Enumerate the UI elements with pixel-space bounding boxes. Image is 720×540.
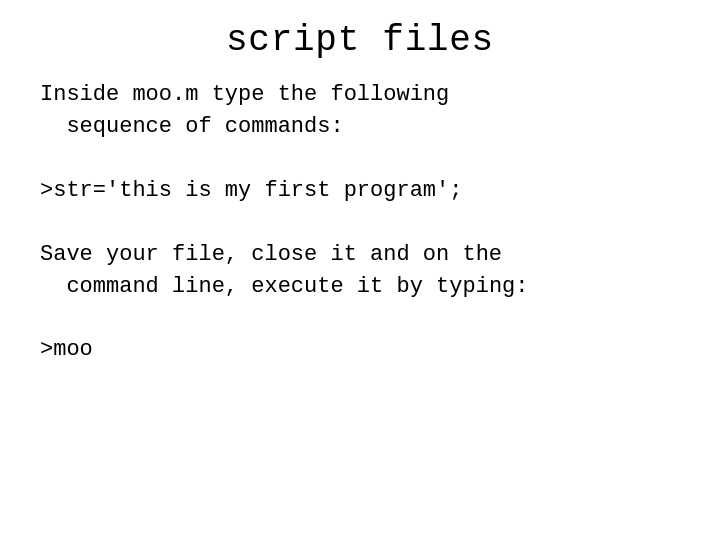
code-line-2: >moo <box>40 334 680 366</box>
content-block: Inside moo.m type the following sequence… <box>40 79 680 398</box>
page-title: script files <box>226 20 494 61</box>
paragraph-1: Inside moo.m type the following sequence… <box>40 79 680 143</box>
paragraph-2: Save your file, close it and on the comm… <box>40 239 680 303</box>
page-container: script files Inside moo.m type the follo… <box>0 0 720 540</box>
code-line-1: >str='this is my first program'; <box>40 175 680 207</box>
